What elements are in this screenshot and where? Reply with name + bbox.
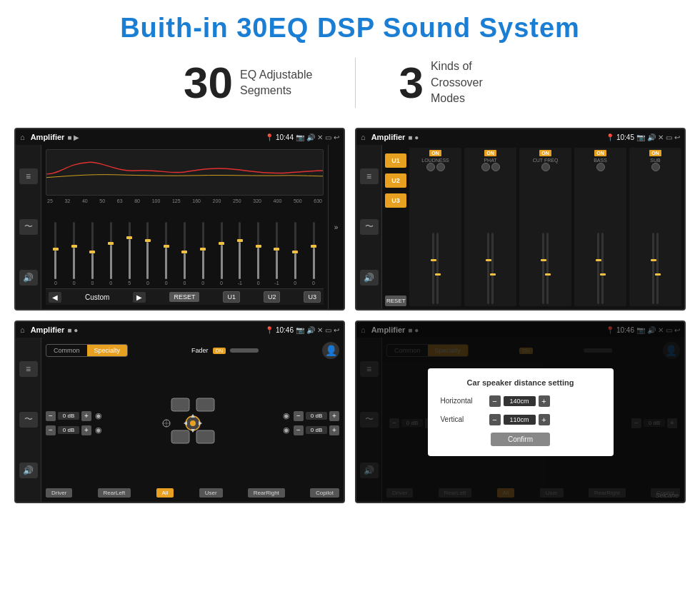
xover-on-0[interactable]: ON: [429, 150, 441, 156]
eq-slider-6[interactable]: 0: [158, 222, 175, 286]
xover-track2-2[interactable]: [546, 233, 549, 304]
db-plus-rl[interactable]: +: [81, 425, 91, 435]
fader-icon-3[interactable]: 🔊: [19, 463, 38, 478]
xover-knob-1[interactable]: [481, 163, 490, 171]
eq-slider-4[interactable]: 5: [121, 222, 138, 286]
eq-slider-9[interactable]: 0: [213, 222, 230, 286]
db-plus-fr[interactable]: +: [329, 411, 339, 421]
xover-channel-loudness: ON LOUDNESS: [409, 148, 461, 306]
xover-knob-4[interactable]: [651, 163, 660, 171]
dialog-row-vertical: Vertical − 110cm +: [441, 414, 601, 425]
xover-track-2[interactable]: [542, 233, 544, 304]
xover-track-4[interactable]: [652, 233, 654, 304]
eq-slider-2[interactable]: 0: [84, 222, 101, 286]
eq-slider-14[interactable]: 0: [305, 222, 322, 286]
rearleft-label-btn[interactable]: RearLeft: [98, 488, 131, 498]
xover-channel-cut freq: ON CUT FREQ: [519, 148, 571, 306]
eq-u2-btn[interactable]: U2: [264, 291, 281, 303]
xover-knob-3[interactable]: [596, 163, 605, 171]
back-icon[interactable]: ↩: [334, 133, 339, 141]
eq-icon-2[interactable]: 〜: [19, 219, 38, 235]
fader-icon-1[interactable]: ≡: [19, 361, 38, 377]
xover-track-1[interactable]: [487, 233, 489, 304]
xover-home-icon[interactable]: ⌂: [361, 133, 366, 141]
eq-icon-1[interactable]: ≡: [19, 168, 38, 184]
fader-icon-2[interactable]: 〜: [19, 412, 38, 428]
xover-knob2-0[interactable]: [436, 163, 445, 171]
xover-track2-4[interactable]: [656, 233, 659, 304]
freq-25: 25: [47, 198, 53, 203]
tab-common[interactable]: Common: [46, 345, 87, 356]
xover-track-3[interactable]: [597, 233, 599, 304]
stat-crossover-label: Kinds ofCrossover Modes: [431, 59, 516, 106]
xover-on-3[interactable]: ON: [594, 150, 606, 156]
xover-icon-2[interactable]: 〜: [360, 219, 379, 235]
xover-knob-0[interactable]: [426, 163, 435, 171]
copilot-label-btn[interactable]: Copilot: [310, 488, 339, 498]
db-minus-fr[interactable]: −: [294, 411, 304, 421]
eq-u3-btn[interactable]: U3: [304, 291, 321, 303]
fader-slider-mini[interactable]: [230, 348, 259, 353]
user-label-btn[interactable]: User: [199, 488, 223, 498]
eq-slider-12[interactable]: -1: [269, 222, 286, 286]
dialog-vertical-minus[interactable]: −: [489, 414, 501, 425]
dialog-horizontal-minus[interactable]: −: [489, 395, 501, 407]
xover-reset-btn[interactable]: RESET: [385, 296, 406, 306]
speaker-rl-icon: ◉: [95, 425, 102, 435]
xover-knob2-1[interactable]: [491, 163, 500, 171]
xover-on-4[interactable]: ON: [649, 150, 661, 156]
freq-63: 63: [117, 198, 123, 203]
fader-home-icon[interactable]: ⌂: [20, 325, 25, 334]
db-minus-rl[interactable]: −: [46, 425, 56, 435]
eq-slider-3[interactable]: 0: [102, 222, 119, 286]
eq-slider-13[interactable]: 0: [286, 222, 304, 286]
fader-back-icon[interactable]: ↩: [334, 326, 339, 334]
xover-track2-0[interactable]: [436, 233, 439, 304]
eq-slider-5[interactable]: 0: [139, 222, 156, 286]
eq-expand-btn[interactable]: »: [328, 145, 344, 309]
xover-channel-sub: ON SUB: [629, 148, 681, 306]
eq-side-icons: ≡ 〜 🔊: [16, 145, 41, 309]
xover-icon-3[interactable]: 🔊: [360, 270, 379, 286]
db-plus-fl[interactable]: +: [81, 411, 91, 421]
tab-specialty[interactable]: Specialty: [87, 345, 128, 356]
db-minus-fl[interactable]: −: [46, 411, 56, 421]
eq-slider-8[interactable]: 0: [194, 222, 211, 286]
db-plus-rr[interactable]: +: [329, 425, 339, 435]
xover-track2-3[interactable]: [601, 233, 604, 304]
xover-u3-btn[interactable]: U3: [385, 193, 406, 208]
home-icon[interactable]: ⌂: [20, 133, 25, 141]
eq-slider-7[interactable]: 0: [176, 222, 194, 286]
xover-icon-1[interactable]: ≡: [360, 168, 379, 184]
freq-500: 500: [294, 198, 302, 203]
xover-back-icon[interactable]: ↩: [674, 133, 680, 141]
eq-slider-11[interactable]: 0: [250, 222, 267, 286]
xover-on-2[interactable]: ON: [539, 150, 551, 156]
eq-reset-btn[interactable]: RESET: [169, 292, 199, 302]
xover-track2-1[interactable]: [491, 233, 494, 304]
xover-on-1[interactable]: ON: [484, 150, 496, 156]
eq-icon-3[interactable]: 🔊: [19, 270, 38, 286]
dialog-vertical-plus[interactable]: +: [539, 414, 550, 425]
eq-next-btn[interactable]: ▶: [133, 292, 146, 303]
xover-track-0[interactable]: [432, 233, 434, 304]
eq-sliders-row: 0000500000-10-100: [46, 206, 324, 286]
eq-slider-1[interactable]: 0: [66, 222, 83, 286]
xover-u1-btn[interactable]: U1: [385, 153, 406, 168]
rearright-label-btn[interactable]: RearRight: [248, 488, 285, 498]
all-label-btn[interactable]: All: [156, 488, 174, 498]
eq-slider-0[interactable]: 0: [47, 222, 64, 286]
driver-label-btn[interactable]: Driver: [46, 488, 72, 498]
fader-status-dot: ■ ●: [67, 326, 78, 334]
person-icon[interactable]: 👤: [322, 342, 339, 359]
eq-slider-10[interactable]: -1: [231, 222, 249, 286]
xover-u2-btn[interactable]: U2: [385, 173, 406, 188]
db-minus-rr[interactable]: −: [294, 425, 304, 435]
freq-250: 250: [233, 198, 241, 203]
dialog-horizontal-plus[interactable]: +: [539, 395, 550, 407]
dialog-confirm-btn[interactable]: Confirm: [491, 433, 550, 446]
xover-knob-2[interactable]: [541, 163, 550, 171]
fader-on-btn[interactable]: ON: [213, 348, 226, 354]
eq-prev-btn[interactable]: ◀: [49, 292, 61, 303]
eq-u1-btn[interactable]: U1: [223, 291, 240, 303]
